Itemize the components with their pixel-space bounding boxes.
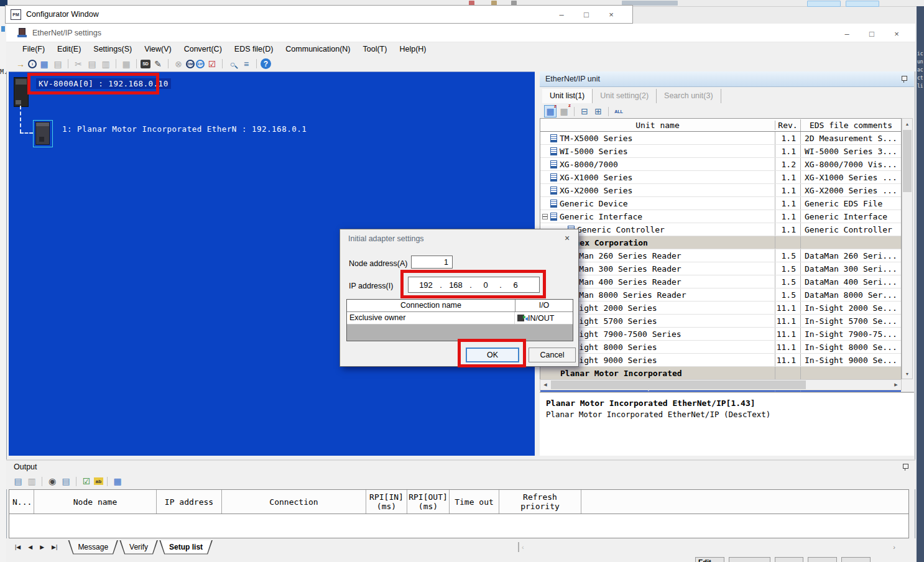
- unit-row[interactable]: Generic Interface 1.1 Generic Interface: [540, 210, 901, 223]
- scroll-up-icon[interactable]: ▲: [902, 119, 912, 129]
- node-address-field[interactable]: 1: [411, 256, 453, 269]
- scrollbar-thumb[interactable]: [551, 380, 806, 389]
- sort-disabled-icon[interactable]: ▦: [558, 105, 570, 117]
- scroll-left-icon[interactable]: ◀: [540, 380, 550, 390]
- unit-row[interactable]: In-Sight 5700 Series 11.1 In-Sight 5700 …: [540, 315, 901, 328]
- partial-button[interactable]: [841, 557, 871, 562]
- unit-row[interactable]: WI-5000 Series 1.1 WI-5000 Series 3...: [540, 145, 901, 158]
- unit-row[interactable]: DataMan 400 Series Reader 1.5 DataMan 40…: [540, 275, 901, 288]
- unit-row[interactable]: XG-X1000 Series 1.1 XG-X1000 Series ...: [540, 171, 901, 184]
- menu-item[interactable]: Edit(E): [51, 44, 87, 55]
- check-write-icon[interactable]: ☑: [80, 475, 93, 487]
- sort-unit-list-icon[interactable]: ▦: [544, 105, 557, 117]
- menu-item[interactable]: EDS file(D): [228, 44, 280, 55]
- menu-item[interactable]: File(F): [16, 44, 51, 55]
- dialog-close-icon[interactable]: ×: [558, 231, 576, 246]
- expand-tree-icon[interactable]: ⊞: [592, 105, 604, 117]
- output-column-header[interactable]: RPI[OUT](ms): [407, 490, 450, 514]
- output-column-header[interactable]: N...: [9, 490, 34, 514]
- eraser-icon[interactable]: ✎: [152, 58, 164, 70]
- paste-icon[interactable]: ▥: [99, 58, 112, 70]
- unit-row[interactable]: In-Sight 7900-7500 Series 11.1 In-Sight …: [540, 328, 901, 341]
- unit-row[interactable]: Generic Device 1.1 Generic EDS File: [540, 197, 901, 210]
- output-column-header[interactable]: Refreshpriority: [499, 490, 581, 514]
- unit-table-horizontal-scrollbar[interactable]: ◀ ▶: [540, 379, 902, 390]
- unit-setup-icon[interactable]: ▦: [38, 58, 50, 70]
- unit-row[interactable]: Generic Controller 1.1 Generic Controlle…: [540, 223, 901, 236]
- collapse-expander-icon[interactable]: [542, 214, 548, 219]
- unit-table-vertical-scrollbar[interactable]: ▲ ▼: [902, 118, 913, 379]
- verify-list-icon[interactable]: ☑: [206, 58, 218, 70]
- menu-item[interactable]: Convert(C): [178, 44, 228, 55]
- collapse-tree-icon[interactable]: ⊟: [578, 105, 591, 117]
- rename-icon[interactable]: ab: [94, 477, 103, 485]
- show-all-icon[interactable]: ALL: [612, 105, 625, 117]
- close-button[interactable]: ×: [884, 25, 909, 42]
- cancel-button[interactable]: Cancel: [529, 348, 576, 362]
- import-exit-icon[interactable]: →: [14, 58, 27, 70]
- output-column-header[interactable]: RPI[IN](ms): [366, 490, 407, 514]
- column-eds-comments[interactable]: EDS file comments: [801, 119, 901, 131]
- unit-row[interactable]: XG-X2000 Series 1.1 XG-X2000 Series ...: [540, 184, 901, 197]
- partial-button[interactable]: [775, 557, 803, 562]
- unit-info-icon[interactable]: i: [28, 60, 37, 68]
- maximize-button[interactable]: □: [859, 25, 884, 42]
- partial-button[interactable]: [808, 557, 837, 562]
- connection-row[interactable]: Exclusive owner IN/OUT: [347, 312, 573, 325]
- unit-tree-icon[interactable]: ▦: [120, 58, 132, 70]
- help-icon[interactable]: ?: [261, 58, 271, 69]
- menu-item[interactable]: Tool(T): [357, 44, 394, 55]
- unit-row[interactable]: In-Sight 8000 Series 11.1 In-Sight 8000 …: [540, 341, 901, 354]
- unit-panel-tab[interactable]: Unit setting(2): [593, 89, 657, 103]
- unit-row[interactable]: In-Sight 2000 Series 11.1 In-Sight 2000 …: [540, 302, 901, 315]
- minimize-button[interactable]: –: [834, 25, 859, 42]
- adapter-device-icon[interactable]: [35, 122, 50, 145]
- unit-row[interactable]: XG-8000/7000 1.2 XG-8000/7000 Vis...: [540, 158, 901, 171]
- menu-item[interactable]: Settings(S): [87, 44, 138, 55]
- scroll-right-icon[interactable]: ▶: [891, 380, 901, 390]
- output-column-header[interactable]: Connection: [222, 490, 366, 514]
- tree-node-adapter[interactable]: 1: Planar Motor Incorporated EtherN : 19…: [62, 124, 307, 134]
- eip-refresh-icon[interactable]: EIP: [196, 60, 205, 68]
- tab-scroll-right-icon[interactable]: ›: [890, 543, 898, 551]
- unit-row[interactable]: DataMan 260 Series Reader 1.5 DataMan 26…: [540, 249, 901, 262]
- dm-read-write-icon[interactable]: DM: [186, 60, 195, 68]
- scrollbar-thumb[interactable]: [903, 130, 912, 192]
- last-record-icon[interactable]: ▶|: [48, 544, 61, 550]
- list-config-icon[interactable]: ≡: [240, 58, 252, 70]
- menu-item[interactable]: Help(H): [393, 44, 432, 55]
- unit-row[interactable]: Planar Motor Incorporated: [540, 367, 901, 380]
- link-off-icon[interactable]: ⊗: [172, 58, 185, 70]
- first-record-icon[interactable]: |◀: [11, 544, 24, 550]
- unit-row[interactable]: DataMan 8000 Series Reader 1.5 DataMan 8…: [540, 288, 901, 302]
- cut-icon[interactable]: ✂: [72, 58, 85, 70]
- copy-output-icon[interactable]: ▤: [12, 475, 24, 487]
- column-unit-name[interactable]: Unit name: [540, 121, 775, 130]
- menu-item[interactable]: Communication(N): [279, 44, 356, 55]
- grid-view-icon[interactable]: ▦: [111, 475, 124, 487]
- cfg-maximize-button[interactable]: □: [574, 6, 599, 23]
- cfg-close-button[interactable]: ×: [599, 6, 624, 23]
- paste-output-icon[interactable]: ▥: [25, 475, 38, 487]
- search-unit-icon[interactable]: ○: [226, 58, 239, 70]
- unit-row[interactable]: Cognex Corporation: [540, 236, 901, 249]
- output-tab[interactable]: Verify: [119, 540, 158, 555]
- output-column-header[interactable]: Time out: [450, 490, 499, 514]
- pin-icon[interactable]: [902, 463, 909, 471]
- copy-icon[interactable]: ▤: [86, 58, 98, 70]
- scroll-down-icon[interactable]: ▼: [902, 369, 912, 379]
- unit-panel-tab[interactable]: Unit list(1): [542, 89, 593, 103]
- output-column-header[interactable]: Node name: [34, 490, 157, 514]
- copy-settings-icon[interactable]: ▤: [52, 58, 64, 70]
- column-rev[interactable]: Rev.: [775, 119, 801, 131]
- output-tab[interactable]: Message: [68, 540, 118, 555]
- output-column-header[interactable]: [581, 490, 908, 514]
- find-icon[interactable]: ◉: [46, 475, 58, 487]
- cfg-minimize-button[interactable]: –: [549, 6, 574, 23]
- prev-record-icon[interactable]: ◀: [24, 544, 36, 550]
- partial-button[interactable]: Edit: [695, 557, 724, 562]
- output-column-header[interactable]: IP address: [157, 490, 222, 514]
- plc-device-icon[interactable]: [14, 77, 29, 107]
- next-record-icon[interactable]: ▶: [36, 544, 48, 550]
- unit-row[interactable]: TM-X5000 Series 1.1 2D Measurement S...: [540, 132, 901, 145]
